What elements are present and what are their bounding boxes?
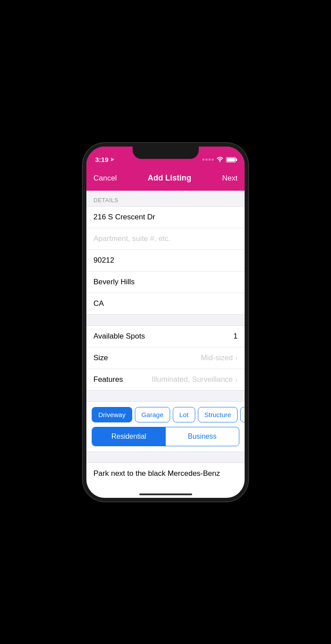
next-button[interactable]: Next bbox=[222, 174, 238, 183]
chip-driveway[interactable]: Driveway bbox=[92, 407, 132, 422]
available-spots-row[interactable]: Available Spots 1 bbox=[86, 326, 245, 347]
city-field[interactable]: Beverly Hills bbox=[86, 271, 245, 293]
dot1 bbox=[202, 158, 205, 161]
features-value: Illuminated, Surveillance bbox=[152, 375, 233, 384]
spacer-2 bbox=[86, 391, 245, 401]
size-value-row: Mid-sized › bbox=[201, 354, 238, 362]
chip-garage[interactable]: Garage bbox=[135, 407, 170, 422]
address-form-group: 216 S Crescent Dr Apartment, suite #, et… bbox=[86, 206, 245, 315]
dot2 bbox=[205, 158, 208, 161]
battery-icon bbox=[226, 157, 236, 162]
available-spots-label: Available Spots bbox=[93, 332, 145, 341]
spacer-3 bbox=[86, 452, 245, 463]
parking-type-section: Driveway Garage Lot Structure Unpaved Re… bbox=[86, 401, 245, 452]
home-indicator bbox=[139, 493, 192, 495]
chip-unpaved[interactable]: Unpaved bbox=[240, 407, 245, 422]
dot3 bbox=[208, 158, 211, 161]
zip-field[interactable]: 90212 bbox=[86, 250, 245, 271]
use-type-section: Residential Business bbox=[92, 427, 239, 446]
features-chevron-icon: › bbox=[235, 376, 238, 383]
location-icon: ➤ bbox=[110, 157, 114, 162]
chip-lot[interactable]: Lot bbox=[173, 407, 195, 422]
apartment-field[interactable]: Apartment, suite #, etc. bbox=[86, 228, 245, 250]
page-title: Add Listing bbox=[148, 173, 191, 183]
notes-section[interactable]: Park next to the black Mercedes-Benz bbox=[86, 463, 245, 498]
features-value-row: Illuminated, Surveillance › bbox=[152, 375, 238, 384]
content-area: DETAILS 216 S Crescent Dr Apartment, sui… bbox=[86, 191, 245, 501]
nav-bar: Cancel Add Listing Next bbox=[86, 166, 245, 191]
signal-dots bbox=[202, 158, 214, 161]
time-label: 3:19 bbox=[95, 156, 108, 163]
use-type-toggle: Residential Business bbox=[92, 427, 239, 446]
toggle-business[interactable]: Business bbox=[166, 427, 239, 446]
features-label: Features bbox=[93, 375, 123, 384]
toggle-residential[interactable]: Residential bbox=[92, 427, 166, 446]
address-field[interactable]: 216 S Crescent Dr bbox=[86, 207, 245, 228]
state-field[interactable]: CA bbox=[86, 293, 245, 314]
dot4 bbox=[212, 158, 214, 161]
status-icons bbox=[202, 156, 236, 163]
notch bbox=[133, 147, 199, 159]
battery-fill bbox=[227, 158, 235, 162]
spacer-1 bbox=[86, 315, 245, 325]
features-row[interactable]: Features Illuminated, Surveillance › bbox=[86, 369, 245, 390]
available-spots-value: 1 bbox=[234, 332, 238, 341]
spots-details-group: Available Spots 1 Size Mid-sized › Featu… bbox=[86, 325, 245, 391]
phone-frame: 3:19 ➤ Ca bbox=[83, 143, 248, 501]
size-label: Size bbox=[93, 354, 108, 362]
size-value: Mid-sized bbox=[201, 354, 233, 362]
cancel-button[interactable]: Cancel bbox=[93, 174, 117, 183]
chip-structure[interactable]: Structure bbox=[198, 407, 238, 422]
bottom-spacer bbox=[86, 498, 245, 501]
svg-point-0 bbox=[219, 161, 221, 162]
size-row[interactable]: Size Mid-sized › bbox=[86, 347, 245, 369]
parking-type-chips: Driveway Garage Lot Structure Unpaved bbox=[92, 407, 239, 422]
size-chevron-icon: › bbox=[235, 354, 238, 362]
wifi-icon bbox=[216, 156, 223, 163]
details-section-header: DETAILS bbox=[86, 191, 245, 206]
status-time: 3:19 ➤ bbox=[95, 156, 114, 163]
notes-text: Park next to the black Mercedes-Benz bbox=[93, 469, 220, 478]
